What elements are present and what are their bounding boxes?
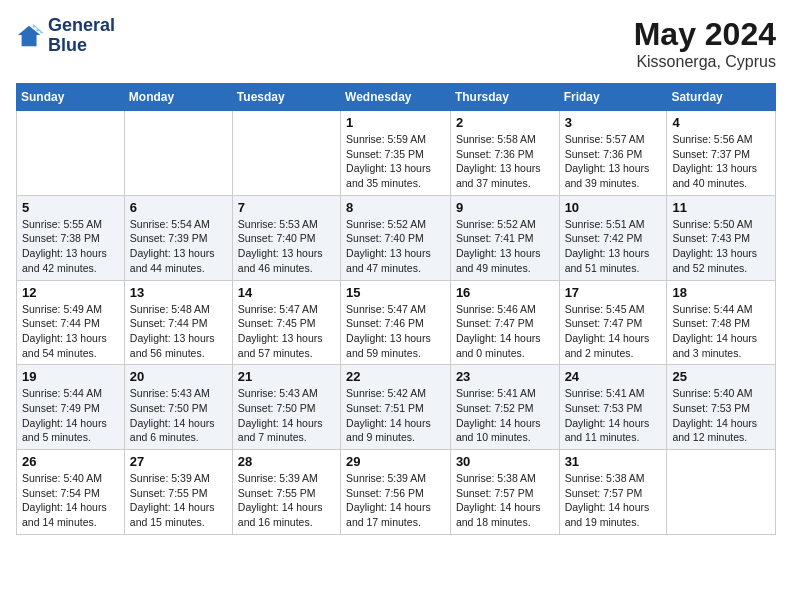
calendar-cell: 7Sunrise: 5:53 AMSunset: 7:40 PMDaylight… [232, 195, 340, 280]
calendar-cell [124, 111, 232, 196]
calendar-cell: 31Sunrise: 5:38 AMSunset: 7:57 PMDayligh… [559, 450, 667, 535]
calendar-cell [17, 111, 125, 196]
calendar-cell: 25Sunrise: 5:40 AMSunset: 7:53 PMDayligh… [667, 365, 776, 450]
day-info: Sunrise: 5:49 AMSunset: 7:44 PMDaylight:… [22, 302, 119, 361]
day-info: Sunrise: 5:47 AMSunset: 7:46 PMDaylight:… [346, 302, 445, 361]
day-number: 20 [130, 369, 227, 384]
day-number: 14 [238, 285, 335, 300]
day-number: 11 [672, 200, 770, 215]
day-info: Sunrise: 5:53 AMSunset: 7:40 PMDaylight:… [238, 217, 335, 276]
day-number: 25 [672, 369, 770, 384]
weekday-header: Tuesday [232, 84, 340, 111]
calendar-cell: 10Sunrise: 5:51 AMSunset: 7:42 PMDayligh… [559, 195, 667, 280]
day-info: Sunrise: 5:40 AMSunset: 7:53 PMDaylight:… [672, 386, 770, 445]
day-info: Sunrise: 5:39 AMSunset: 7:55 PMDaylight:… [238, 471, 335, 530]
calendar-cell: 28Sunrise: 5:39 AMSunset: 7:55 PMDayligh… [232, 450, 340, 535]
calendar-cell [232, 111, 340, 196]
calendar-cell: 17Sunrise: 5:45 AMSunset: 7:47 PMDayligh… [559, 280, 667, 365]
calendar-cell: 18Sunrise: 5:44 AMSunset: 7:48 PMDayligh… [667, 280, 776, 365]
calendar-cell: 16Sunrise: 5:46 AMSunset: 7:47 PMDayligh… [450, 280, 559, 365]
day-info: Sunrise: 5:55 AMSunset: 7:38 PMDaylight:… [22, 217, 119, 276]
calendar-cell: 14Sunrise: 5:47 AMSunset: 7:45 PMDayligh… [232, 280, 340, 365]
day-info: Sunrise: 5:46 AMSunset: 7:47 PMDaylight:… [456, 302, 554, 361]
day-info: Sunrise: 5:41 AMSunset: 7:53 PMDaylight:… [565, 386, 662, 445]
day-info: Sunrise: 5:48 AMSunset: 7:44 PMDaylight:… [130, 302, 227, 361]
day-number: 30 [456, 454, 554, 469]
day-number: 23 [456, 369, 554, 384]
day-info: Sunrise: 5:41 AMSunset: 7:52 PMDaylight:… [456, 386, 554, 445]
day-number: 12 [22, 285, 119, 300]
logo: General Blue [16, 16, 115, 56]
calendar-cell: 2Sunrise: 5:58 AMSunset: 7:36 PMDaylight… [450, 111, 559, 196]
day-number: 8 [346, 200, 445, 215]
day-info: Sunrise: 5:44 AMSunset: 7:48 PMDaylight:… [672, 302, 770, 361]
calendar-cell: 15Sunrise: 5:47 AMSunset: 7:46 PMDayligh… [341, 280, 451, 365]
day-number: 21 [238, 369, 335, 384]
day-info: Sunrise: 5:56 AMSunset: 7:37 PMDaylight:… [672, 132, 770, 191]
logo-icon [16, 22, 44, 50]
logo-line2: Blue [48, 36, 115, 56]
calendar-week-row: 19Sunrise: 5:44 AMSunset: 7:49 PMDayligh… [17, 365, 776, 450]
day-info: Sunrise: 5:42 AMSunset: 7:51 PMDaylight:… [346, 386, 445, 445]
calendar-cell: 23Sunrise: 5:41 AMSunset: 7:52 PMDayligh… [450, 365, 559, 450]
weekday-header: Monday [124, 84, 232, 111]
title-block: May 2024 Kissonerga, Cyprus [634, 16, 776, 71]
day-info: Sunrise: 5:58 AMSunset: 7:36 PMDaylight:… [456, 132, 554, 191]
weekday-header: Saturday [667, 84, 776, 111]
day-info: Sunrise: 5:44 AMSunset: 7:49 PMDaylight:… [22, 386, 119, 445]
weekday-header: Sunday [17, 84, 125, 111]
day-number: 6 [130, 200, 227, 215]
day-number: 27 [130, 454, 227, 469]
day-info: Sunrise: 5:50 AMSunset: 7:43 PMDaylight:… [672, 217, 770, 276]
day-number: 31 [565, 454, 662, 469]
calendar-cell: 19Sunrise: 5:44 AMSunset: 7:49 PMDayligh… [17, 365, 125, 450]
calendar-cell: 13Sunrise: 5:48 AMSunset: 7:44 PMDayligh… [124, 280, 232, 365]
day-number: 5 [22, 200, 119, 215]
calendar-cell: 29Sunrise: 5:39 AMSunset: 7:56 PMDayligh… [341, 450, 451, 535]
day-number: 19 [22, 369, 119, 384]
day-number: 3 [565, 115, 662, 130]
calendar-cell: 5Sunrise: 5:55 AMSunset: 7:38 PMDaylight… [17, 195, 125, 280]
day-number: 26 [22, 454, 119, 469]
day-number: 18 [672, 285, 770, 300]
day-number: 9 [456, 200, 554, 215]
day-number: 16 [456, 285, 554, 300]
day-info: Sunrise: 5:39 AMSunset: 7:55 PMDaylight:… [130, 471, 227, 530]
day-number: 7 [238, 200, 335, 215]
day-info: Sunrise: 5:43 AMSunset: 7:50 PMDaylight:… [238, 386, 335, 445]
calendar-cell: 21Sunrise: 5:43 AMSunset: 7:50 PMDayligh… [232, 365, 340, 450]
calendar-cell: 22Sunrise: 5:42 AMSunset: 7:51 PMDayligh… [341, 365, 451, 450]
day-info: Sunrise: 5:59 AMSunset: 7:35 PMDaylight:… [346, 132, 445, 191]
day-info: Sunrise: 5:38 AMSunset: 7:57 PMDaylight:… [456, 471, 554, 530]
weekday-header: Thursday [450, 84, 559, 111]
weekday-header: Friday [559, 84, 667, 111]
calendar-cell: 8Sunrise: 5:52 AMSunset: 7:40 PMDaylight… [341, 195, 451, 280]
calendar-cell: 26Sunrise: 5:40 AMSunset: 7:54 PMDayligh… [17, 450, 125, 535]
day-info: Sunrise: 5:38 AMSunset: 7:57 PMDaylight:… [565, 471, 662, 530]
day-info: Sunrise: 5:54 AMSunset: 7:39 PMDaylight:… [130, 217, 227, 276]
day-number: 15 [346, 285, 445, 300]
day-number: 2 [456, 115, 554, 130]
weekday-header: Wednesday [341, 84, 451, 111]
calendar-cell: 24Sunrise: 5:41 AMSunset: 7:53 PMDayligh… [559, 365, 667, 450]
day-number: 22 [346, 369, 445, 384]
day-number: 10 [565, 200, 662, 215]
calendar-cell: 27Sunrise: 5:39 AMSunset: 7:55 PMDayligh… [124, 450, 232, 535]
calendar-week-row: 5Sunrise: 5:55 AMSunset: 7:38 PMDaylight… [17, 195, 776, 280]
day-info: Sunrise: 5:40 AMSunset: 7:54 PMDaylight:… [22, 471, 119, 530]
day-info: Sunrise: 5:52 AMSunset: 7:41 PMDaylight:… [456, 217, 554, 276]
day-info: Sunrise: 5:57 AMSunset: 7:36 PMDaylight:… [565, 132, 662, 191]
calendar-week-row: 12Sunrise: 5:49 AMSunset: 7:44 PMDayligh… [17, 280, 776, 365]
day-info: Sunrise: 5:51 AMSunset: 7:42 PMDaylight:… [565, 217, 662, 276]
day-info: Sunrise: 5:43 AMSunset: 7:50 PMDaylight:… [130, 386, 227, 445]
calendar-cell: 11Sunrise: 5:50 AMSunset: 7:43 PMDayligh… [667, 195, 776, 280]
calendar-cell: 30Sunrise: 5:38 AMSunset: 7:57 PMDayligh… [450, 450, 559, 535]
day-info: Sunrise: 5:39 AMSunset: 7:56 PMDaylight:… [346, 471, 445, 530]
day-number: 17 [565, 285, 662, 300]
calendar-cell: 20Sunrise: 5:43 AMSunset: 7:50 PMDayligh… [124, 365, 232, 450]
day-number: 29 [346, 454, 445, 469]
logo-line1: General [48, 16, 115, 36]
day-info: Sunrise: 5:47 AMSunset: 7:45 PMDaylight:… [238, 302, 335, 361]
month-year: May 2024 [634, 16, 776, 53]
calendar-cell: 4Sunrise: 5:56 AMSunset: 7:37 PMDaylight… [667, 111, 776, 196]
